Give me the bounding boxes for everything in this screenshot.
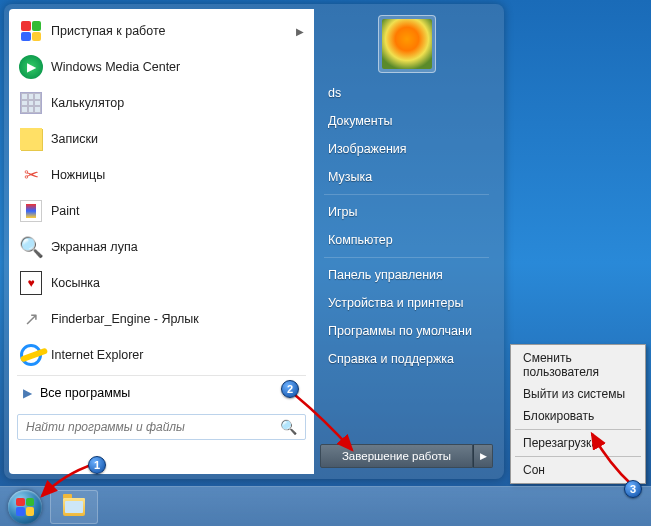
flyout-lock[interactable]: Блокировать [513, 405, 643, 427]
separator [324, 257, 489, 258]
program-label: Калькулятор [51, 96, 306, 110]
start-menu-right-pane: dsДокументыИзображенияМузыкаИгрыКомпьюте… [314, 9, 499, 474]
right-item-help[interactable]: Справка и поддержка [314, 345, 499, 373]
program-ie[interactable]: Internet Explorer [9, 337, 314, 373]
program-label: Экранная лупа [51, 240, 306, 254]
calculator-icon [20, 92, 42, 114]
all-programs[interactable]: ▶ Все программы [9, 378, 314, 408]
right-item-music[interactable]: Музыка [314, 163, 499, 191]
program-notes[interactable]: Записки [9, 121, 314, 157]
right-item-games[interactable]: Игры [314, 198, 499, 226]
program-solitaire[interactable]: ♥Косынка [9, 265, 314, 301]
paint-icon [20, 200, 42, 222]
solitaire-icon: ♥ [20, 271, 42, 295]
magnifier-icon: 🔍 [19, 235, 44, 259]
flyout-sleep[interactable]: Сон [513, 459, 643, 481]
right-item-docs[interactable]: Документы [314, 107, 499, 135]
start-button[interactable] [4, 488, 46, 526]
separator [515, 456, 641, 457]
shutdown-row: Завершение работы ▶ [314, 442, 499, 474]
shortcut-icon: ↗ [24, 308, 39, 330]
program-finderbar[interactable]: ↗Finderbar_Engine - Ярлык [9, 301, 314, 337]
shutdown-button[interactable]: Завершение работы [320, 444, 473, 468]
annotation-marker-1: 1 [88, 456, 106, 474]
program-label: Приступая к работе [51, 24, 296, 38]
right-item-defprog[interactable]: Программы по умолчани [314, 317, 499, 345]
taskbar [0, 486, 651, 526]
flyout-logoff[interactable]: Выйти из системы [513, 383, 643, 405]
separator [324, 194, 489, 195]
all-programs-label: Все программы [40, 386, 130, 400]
program-label: Finderbar_Engine - Ярлык [51, 312, 306, 326]
chevron-right-icon: ▶ [23, 386, 32, 400]
explorer-icon [63, 498, 85, 516]
taskbar-explorer[interactable] [50, 490, 98, 524]
search-row: 🔍 [9, 408, 314, 444]
flyout-restart[interactable]: Перезагрузка [513, 432, 643, 454]
program-snip[interactable]: ✂Ножницы [9, 157, 314, 193]
sticky-notes-icon [20, 128, 42, 150]
program-label: Ножницы [51, 168, 306, 182]
annotation-marker-3: 3 [624, 480, 642, 498]
program-magnify[interactable]: 🔍Экранная лупа [9, 229, 314, 265]
search-box[interactable]: 🔍 [17, 414, 306, 440]
annotation-marker-2: 2 [281, 380, 299, 398]
right-item-devprint[interactable]: Устройства и принтеры [314, 289, 499, 317]
program-label: Internet Explorer [51, 348, 306, 362]
start-menu-left-pane: Приступая к работе▶▶Windows Media Center… [9, 9, 314, 474]
start-menu: Приступая к работе▶▶Windows Media Center… [4, 4, 504, 479]
shutdown-menu-arrow[interactable]: ▶ [473, 444, 493, 468]
right-item-pics[interactable]: Изображения [314, 135, 499, 163]
flyout-switch[interactable]: Сменить пользователя [513, 347, 643, 383]
program-label: Paint [51, 204, 306, 218]
program-label: Записки [51, 132, 306, 146]
separator [515, 429, 641, 430]
chevron-right-icon: ▶ [296, 26, 304, 37]
separator [17, 375, 306, 376]
search-icon[interactable]: 🔍 [272, 419, 305, 435]
user-avatar[interactable] [378, 15, 436, 73]
right-item-cpl[interactable]: Панель управления [314, 261, 499, 289]
program-label: Косынка [51, 276, 306, 290]
search-input[interactable] [18, 420, 272, 434]
program-calc[interactable]: Калькулятор [9, 85, 314, 121]
media-center-icon: ▶ [19, 55, 43, 79]
windows-orb-icon [8, 490, 42, 524]
shutdown-label: Завершение работы [342, 450, 451, 462]
program-getting-started[interactable]: Приступая к работе▶ [9, 13, 314, 49]
program-paint[interactable]: Paint [9, 193, 314, 229]
avatar-image [382, 19, 432, 69]
shutdown-flyout: Сменить пользователяВыйти из системыБлок… [510, 344, 646, 484]
scissors-icon: ✂ [19, 163, 43, 187]
program-wmc[interactable]: ▶Windows Media Center [9, 49, 314, 85]
right-item-computer[interactable]: Компьютер [314, 226, 499, 254]
right-item-user[interactable]: ds [314, 79, 499, 107]
internet-explorer-icon [20, 344, 42, 366]
windows-flag-icon [21, 21, 41, 41]
program-label: Windows Media Center [51, 60, 306, 74]
